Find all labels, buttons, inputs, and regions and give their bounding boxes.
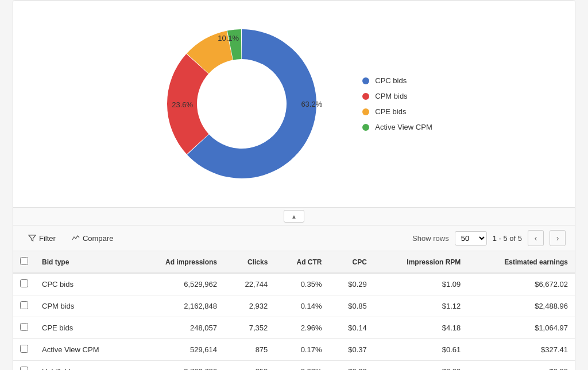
header-clicks: Clicks <box>224 251 274 273</box>
legend-label-cpe: CPE bids <box>375 107 406 116</box>
row-estimated-earnings: $1,064.97 <box>467 317 575 339</box>
legend-dot-avcpm <box>362 124 369 131</box>
filter-label: Filter <box>39 234 56 243</box>
row-ad-impressions: 3,702,786 <box>133 361 224 371</box>
table-body: CPC bids 6,529,962 22,744 0.35% $0.29 $1… <box>13 273 575 370</box>
legend-item-avcpm: Active View CPM <box>362 123 432 131</box>
row-checkbox[interactable] <box>20 301 28 309</box>
row-cpc: $0.29 <box>329 273 374 295</box>
rows-per-page-select[interactable]: 50 25 100 <box>455 231 487 246</box>
row-clicks: 858 <box>224 361 274 371</box>
row-clicks: 7,352 <box>224 317 274 339</box>
header-ad-impressions: Ad impressions <box>133 251 224 273</box>
row-impression-rpm: $1.09 <box>374 273 468 295</box>
select-all-checkbox[interactable] <box>20 257 28 265</box>
header-checkbox-cell <box>13 251 35 273</box>
row-estimated-earnings: $2,488.96 <box>467 295 575 317</box>
header-bid-type: Bid type <box>35 251 133 273</box>
row-cpc: $0.00 <box>329 361 374 371</box>
row-ad-impressions: 2,162,848 <box>133 295 224 317</box>
row-cpc: $0.85 <box>329 295 374 317</box>
row-checkbox-cell <box>13 317 35 339</box>
row-checkbox[interactable] <box>20 345 28 353</box>
chart-section: 63.2% 23.6% 10.1% CPC bids CPM bids CPE … <box>13 1 575 207</box>
row-ad-ctr: 0.02% <box>274 361 328 371</box>
chart-label-cpm: 23.6% <box>172 100 193 109</box>
data-table: Bid type Ad impressions Clicks Ad CTR CP… <box>13 251 575 370</box>
collapse-arrow-icon: ▲ <box>291 213 297 220</box>
row-checkbox-cell <box>13 273 35 295</box>
chart-label-cpc: 63.2% <box>301 100 322 108</box>
legend-dot-cpm <box>362 93 369 100</box>
legend-label-cpc: CPC bids <box>375 76 407 85</box>
collapse-bar: ▲ <box>13 207 575 225</box>
show-rows-label: Show rows <box>412 234 449 243</box>
row-bid-type: CPM bids <box>35 295 133 317</box>
row-clicks: 875 <box>224 339 274 361</box>
header-ad-ctr: Ad CTR <box>274 251 328 273</box>
row-bid-type: Active View CPM <box>35 339 133 361</box>
filter-button[interactable]: Filter <box>22 232 61 245</box>
row-cpc: $0.14 <box>329 317 374 339</box>
table-row: CPC bids 6,529,962 22,744 0.35% $0.29 $1… <box>13 273 575 295</box>
collapse-button[interactable]: ▲ <box>284 210 304 223</box>
legend-dot-cpc <box>362 77 369 84</box>
header-estimated-earnings: Estimated earnings <box>467 251 575 273</box>
donut-chart: 63.2% 23.6% 10.1% <box>156 18 328 190</box>
compare-button[interactable]: Compare <box>66 232 119 245</box>
toolbar-left: Filter Compare <box>22 232 119 245</box>
compare-icon <box>72 234 80 242</box>
row-checkbox[interactable] <box>20 279 28 287</box>
legend-item-cpe: CPE bids <box>362 107 432 116</box>
legend-label-avcpm: Active View CPM <box>375 123 432 131</box>
row-ad-ctr: 0.14% <box>274 295 328 317</box>
filter-icon <box>28 234 36 242</box>
row-bid-type: CPE bids <box>35 317 133 339</box>
row-ad-impressions: 6,529,962 <box>133 273 224 295</box>
row-ad-ctr: 2.96% <box>274 317 328 339</box>
table-row: CPM bids 2,162,848 2,932 0.14% $0.85 $1.… <box>13 295 575 317</box>
svg-point-0 <box>199 61 285 147</box>
row-clicks: 2,932 <box>224 295 274 317</box>
row-cpc: $0.37 <box>329 339 374 361</box>
row-ad-ctr: 0.17% <box>274 339 328 361</box>
row-checkbox-cell <box>13 339 35 361</box>
table-row: CPE bids 248,057 7,352 2.96% $0.14 $4.18… <box>13 317 575 339</box>
table-row: Active View CPM 529,614 875 0.17% $0.37 … <box>13 339 575 361</box>
table-row: Unbillable 3,702,786 858 0.02% $0.00 $0.… <box>13 361 575 371</box>
row-ad-impressions: 529,614 <box>133 339 224 361</box>
header-cpc: CPC <box>329 251 374 273</box>
row-impression-rpm: $4.18 <box>374 317 468 339</box>
row-estimated-earnings: $327.41 <box>467 339 575 361</box>
table-toolbar: Filter Compare Show rows 50 25 100 1 - 5… <box>13 225 575 251</box>
prev-page-button[interactable]: ‹ <box>528 230 544 246</box>
row-checkbox[interactable] <box>20 367 28 370</box>
next-page-button[interactable]: › <box>550 230 566 246</box>
row-estimated-earnings: $0.00 <box>467 361 575 371</box>
row-impression-rpm: $1.12 <box>374 295 468 317</box>
row-impression-rpm: $0.61 <box>374 339 468 361</box>
page-info: 1 - 5 of 5 <box>493 234 522 243</box>
row-checkbox[interactable] <box>20 323 28 331</box>
legend-item-cpm: CPM bids <box>362 92 432 100</box>
row-ad-impressions: 248,057 <box>133 317 224 339</box>
row-impression-rpm: $0.00 <box>374 361 468 371</box>
compare-label: Compare <box>83 234 113 243</box>
legend-label-cpm: CPM bids <box>375 92 407 100</box>
chart-label-cpe: 10.1% <box>218 34 239 42</box>
legend-dot-cpe <box>362 108 369 115</box>
toolbar-right: Show rows 50 25 100 1 - 5 of 5 ‹ › <box>412 230 566 246</box>
row-bid-type: CPC bids <box>35 273 133 295</box>
row-checkbox-cell <box>13 361 35 371</box>
chart-legend: CPC bids CPM bids CPE bids Active View C… <box>362 76 432 131</box>
row-estimated-earnings: $6,672.02 <box>467 273 575 295</box>
row-bid-type: Unbillable <box>35 361 133 371</box>
header-impression-rpm: Impression RPM <box>374 251 468 273</box>
row-clicks: 22,744 <box>224 273 274 295</box>
row-checkbox-cell <box>13 295 35 317</box>
row-ad-ctr: 0.35% <box>274 273 328 295</box>
main-container: 63.2% 23.6% 10.1% CPC bids CPM bids CPE … <box>13 0 575 370</box>
legend-item-cpc: CPC bids <box>362 76 432 85</box>
table-header-row: Bid type Ad impressions Clicks Ad CTR CP… <box>13 251 575 273</box>
